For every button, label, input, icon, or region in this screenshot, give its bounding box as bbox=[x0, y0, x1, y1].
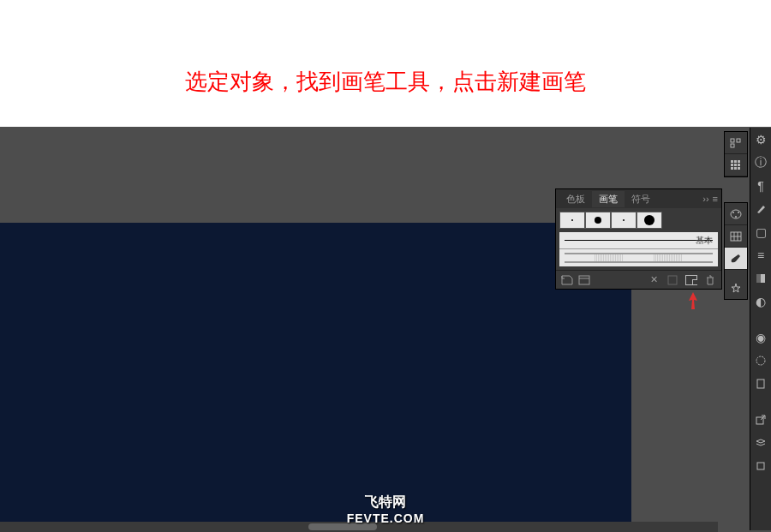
brush-tip-4[interactable] bbox=[637, 212, 662, 229]
transparency-panel-icon[interactable]: ◐ bbox=[750, 290, 771, 313]
watermark-en: FEVTE.COM bbox=[0, 511, 771, 525]
tab-swatches[interactable]: 色板 bbox=[559, 191, 592, 207]
svg-rect-5 bbox=[731, 144, 734, 147]
gradient-panel-icon[interactable] bbox=[750, 266, 771, 290]
watermark-cn: 飞特网 bbox=[0, 493, 771, 511]
layers-panel-icon[interactable] bbox=[750, 431, 771, 454]
svg-rect-11 bbox=[738, 164, 740, 166]
graphic-styles-icon[interactable] bbox=[750, 349, 771, 372]
brush-tip-3[interactable] bbox=[611, 212, 637, 229]
brush-tip-samples bbox=[556, 208, 721, 232]
appearance-panel-icon[interactable]: ◉ bbox=[750, 326, 771, 349]
panel-menu[interactable]: ›› ≡ bbox=[702, 194, 718, 204]
svg-rect-0 bbox=[579, 276, 589, 284]
watermark: 飞特网 FEVTE.COM bbox=[0, 493, 771, 525]
align-panel-icon[interactable] bbox=[725, 132, 747, 154]
swatches-panel-icon[interactable] bbox=[725, 225, 747, 248]
brushes-panel-icon[interactable] bbox=[725, 248, 747, 270]
svg-rect-4 bbox=[737, 139, 740, 142]
delete-brush-icon[interactable] bbox=[704, 274, 716, 286]
svg-point-16 bbox=[732, 212, 734, 213]
gear-icon[interactable]: ⚙ bbox=[750, 128, 771, 151]
new-brush-button[interactable] bbox=[685, 274, 697, 286]
brush-tip-2[interactable] bbox=[585, 212, 611, 229]
placeholder-icon[interactable]: ▢ bbox=[750, 220, 771, 243]
stroke-panel-icon[interactable]: ≡ bbox=[750, 243, 771, 266]
panel-footer: ✕ bbox=[556, 270, 721, 289]
tab-symbols[interactable]: 符号 bbox=[625, 191, 657, 207]
svg-rect-3 bbox=[731, 139, 734, 142]
svg-rect-26 bbox=[757, 380, 764, 388]
brush-tip-1[interactable] bbox=[559, 212, 585, 229]
svg-rect-9 bbox=[731, 164, 733, 166]
collapsed-panel-group-1 bbox=[724, 131, 748, 177]
svg-rect-10 bbox=[734, 164, 737, 166]
pathfinder-panel-icon[interactable] bbox=[725, 154, 747, 176]
artboard[interactable] bbox=[0, 223, 631, 532]
brushes-panel: 色板 画笔 符号 ›› ≡ 基本 bbox=[555, 188, 722, 290]
brush-basic[interactable]: 基本 bbox=[559, 232, 718, 249]
artboards-panel-icon[interactable] bbox=[750, 454, 771, 477]
svg-rect-8 bbox=[738, 160, 740, 163]
brush-label: 基本 bbox=[696, 235, 713, 247]
instruction-text: 选定对象，找到画笔工具，点击新建画笔 bbox=[0, 67, 771, 97]
color-panel-icon[interactable] bbox=[725, 203, 747, 225]
collapse-icon: ›› bbox=[702, 194, 708, 204]
paragraph-icon[interactable]: ¶ bbox=[750, 174, 771, 197]
brush-libraries-icon[interactable] bbox=[561, 274, 573, 286]
svg-point-18 bbox=[735, 216, 737, 218]
svg-rect-12 bbox=[731, 167, 733, 170]
svg-rect-28 bbox=[757, 463, 764, 469]
svg-point-17 bbox=[738, 212, 739, 213]
menu-icon: ≡ bbox=[713, 194, 718, 204]
symbols-panel-icon[interactable] bbox=[725, 277, 747, 299]
svg-rect-6 bbox=[731, 160, 733, 163]
tab-brushes[interactable]: 画笔 bbox=[592, 191, 625, 207]
app-workspace: 色板 画笔 符号 ›› ≡ 基本 bbox=[0, 127, 771, 532]
panel-header: 色板 画笔 符号 ›› ≡ bbox=[556, 189, 721, 208]
svg-point-25 bbox=[756, 356, 765, 365]
libraries-menu-icon[interactable] bbox=[578, 274, 590, 286]
collapsed-panel-group-2 bbox=[724, 202, 748, 300]
svg-rect-13 bbox=[734, 167, 737, 170]
svg-rect-24 bbox=[756, 274, 761, 283]
remove-stroke-icon[interactable]: ✕ bbox=[648, 274, 660, 286]
right-panel-dock: ⚙ ⓘ ¶ ▢ ≡ ◐ ◉ bbox=[750, 128, 771, 530]
options-icon[interactable] bbox=[666, 274, 678, 286]
brush-list: 基本 bbox=[559, 232, 718, 266]
document-icon[interactable] bbox=[750, 372, 771, 395]
svg-rect-7 bbox=[734, 160, 737, 163]
export-icon[interactable] bbox=[750, 408, 771, 431]
brush-tool-icon[interactable] bbox=[750, 197, 771, 220]
brush-pattern-1[interactable] bbox=[559, 249, 718, 266]
info-icon[interactable]: ⓘ bbox=[750, 151, 771, 174]
svg-rect-2 bbox=[668, 276, 677, 284]
svg-rect-14 bbox=[738, 167, 740, 170]
